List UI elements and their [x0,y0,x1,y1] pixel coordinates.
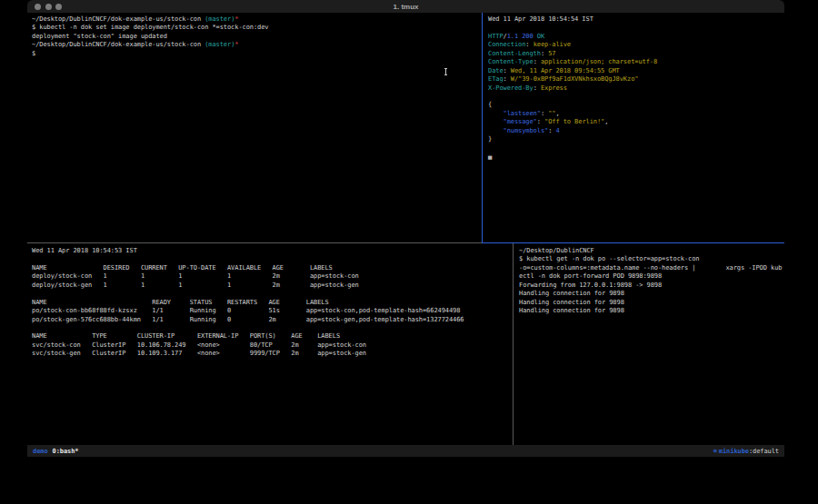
terminal-line: X-Powered-By: Express [488,84,781,93]
terminal-line: Content-Type: application/json; charset=… [488,58,781,66]
terminal-text: Connection [488,41,525,48]
pane-bottom-right-port-forward[interactable]: ~/Desktop/DublinCNCF$ kubectl get -n dok… [519,247,783,316]
traffic-lights [35,4,62,10]
terminal-text: Wed 11 Apr 2018 10:54:53 IST [32,247,137,254]
terminal-line: $ kubectl get -n dok po --selector=app=s… [519,255,783,263]
kube-namespace: :default [749,448,779,455]
terminal-text: Content-Length [488,50,541,57]
status-right: ☸ minikube :default [713,448,779,455]
terminal-text: ~/Desktop/DublinCNCF [519,247,594,254]
pane-top-right-http-response[interactable]: Wed 11 Apr 2018 10:54:54 IST HTTP/1.1 20… [488,15,781,161]
terminal-text [488,127,504,134]
terminal-text: keep-alive [534,41,571,48]
terminal-line: deploy/stock-con 1 1 1 1 2m app=stock-co… [32,272,509,281]
terminal-text: HTTP [488,33,504,40]
pane-top-left-shell[interactable]: ~/Desktop/DublinCNCF/dok-example-us/stoc… [32,15,477,58]
terminal-text: W/"39-0xBPf9aF1dXVNkhsxoBQgJ8vKzo" [511,75,639,83]
terminal-line: Handling connection for 9898 [519,290,783,298]
terminal-text: : [541,50,548,57]
terminal-line: svc/stock-con ClusterIP 10.106.78.249 <n… [32,341,509,350]
terminal-text: } [488,135,492,143]
terminal-text [488,118,504,125]
window-titlebar: 1. tmux [27,0,784,13]
terminal-text: X-Powered-By [488,84,534,92]
terminal-text: ectl -n dok port-forward POD 9898:9898 [519,272,662,280]
terminal-text: NAME TYPE CLUSTER-IP EXTERNAL-IP PORT(S)… [32,332,340,340]
terminal-text: , [604,118,608,125]
pane-divider-horizontal-active[interactable] [482,242,784,243]
terminal-text: : [504,75,511,83]
terminal-text: : [541,110,548,117]
terminal-line [32,255,509,263]
pane-divider-horizontal-left[interactable] [27,242,482,243]
terminal-line: NAME READY STATUS RESTARTS AGE LABELS [32,299,509,307]
kubernetes-icon: ☸ [713,448,717,455]
terminal-text: Handling connection for 9898 [519,307,624,314]
zoom-button[interactable] [55,4,62,10]
terminal-text: Forwarding from 127.0.0.1:9898 -> 9898 [519,282,662,289]
terminal-line: $ kubectl -n dok set image deployment/st… [32,24,477,32]
pane-bottom-left-kubectl-watch[interactable]: Wed 11 Apr 2018 10:54:53 IST NAME DESIRE… [32,247,509,359]
terminal-text: ~/Desktop/DublinCNCF/dok-example-us/stoc… [32,15,204,23]
terminal-line: Date: Wed, 11 Apr 2018 09:54:55 GMT [488,67,781,75]
terminal-text: * [234,41,238,48]
terminal-text: * [234,15,238,23]
pane-divider-vertical-bottom[interactable] [513,243,514,445]
tmux-terminal: ~/Desktop/DublinCNCF/dok-example-us/stoc… [27,13,784,445]
terminal-line: "lastseen": "", [488,110,781,118]
terminal-text: ~/Desktop/DublinCNCF/dok-example-us/stoc… [32,41,204,48]
terminal-text: (master) [204,41,234,48]
terminal-text: deploy/stock-gen 1 1 1 1 2m app=stock-ge… [32,282,359,289]
terminal-text: Wed 11 Apr 2018 10:54:54 IST [488,15,594,23]
terminal-text: 4 [555,127,559,134]
terminal-text: NAME DESIRED CURRENT UP-TO-DATE AVAILABL… [32,264,333,272]
terminal-cursor: ▄ [488,153,492,160]
close-button[interactable] [35,4,41,10]
terminal-line: ~/Desktop/DublinCNCF/dok-example-us/stoc… [32,15,477,24]
terminal-text: 57 [548,50,555,57]
terminal-line: Wed 11 Apr 2018 10:54:53 IST [32,247,509,255]
terminal-line: Connection: keep-alive [488,41,781,49]
terminal-text: $ [32,50,35,57]
terminal-line: NAME TYPE CLUSTER-IP EXTERNAL-IP PORT(S)… [32,332,509,341]
terminal-text: : [537,118,544,125]
terminal-text: "lastseen" [504,110,541,117]
terminal-text: application/json; charset=utf-8 [541,58,657,65]
terminal-text: svc/stock-gen ClusterIP 10.109.3.177 <no… [32,350,366,357]
terminal-text: Date [488,67,504,74]
terminal-line [488,24,781,32]
pane-divider-vertical-active[interactable] [482,13,483,242]
terminal-line: Handling connection for 9898 [519,299,783,307]
terminal-line: { [488,101,781,109]
terminal-text: svc/stock-con ClusterIP 10.106.78.249 <n… [32,341,366,349]
terminal-line: "message": "Off to Berlin!", [488,118,781,126]
terminal-text [488,110,504,117]
terminal-line: ▄ [488,153,781,161]
session-name: demo [33,448,48,455]
terminal-line: NAME DESIRED CURRENT UP-TO-DATE AVAILABL… [32,264,509,272]
terminal-text: NAME READY STATUS RESTARTS AGE LABELS [32,299,329,306]
terminal-text: 1.1 200 [507,33,534,40]
terminal-line [488,93,781,101]
terminal-line: Wed 11 Apr 2018 10:54:54 IST [488,15,781,24]
terminal-text: deployment "stock-con" image updated [32,33,167,40]
status-left: demo 0:bash* [33,448,79,455]
terminal-text: Wed, 11 Apr 2018 09:54:55 GMT [511,67,620,74]
terminal-text: { [488,101,492,108]
terminal-text: po/stock-con-bb68f88fd-kzsxz 1/1 Running… [32,307,460,314]
terminal-text: : [504,67,511,74]
terminal-text: : [525,41,533,48]
terminal-line: } [488,135,781,143]
minimize-button[interactable] [45,4,52,10]
terminal-line: Content-Length: 57 [488,50,781,58]
terminal-text: "message" [504,118,537,125]
terminal-line: ectl -n dok port-forward POD 9898:9898 [519,272,783,281]
terminal-line: HTTP/1.1 200 OK [488,33,781,41]
tmux-status-bar: demo 0:bash* ☸ minikube :default [27,445,784,457]
terminal-line: po/stock-con-bb68f88fd-kzsxz 1/1 Running… [32,307,509,315]
active-window-label[interactable]: 0:bash* [53,448,79,455]
terminal-text: Content-Type [488,58,534,65]
terminal-text: $ kubectl -n dok set image deployment/st… [32,24,268,31]
terminal-window: 1. tmux ~/Desktop/DublinCNCF/dok-example… [27,0,784,457]
terminal-text: : [534,58,541,65]
